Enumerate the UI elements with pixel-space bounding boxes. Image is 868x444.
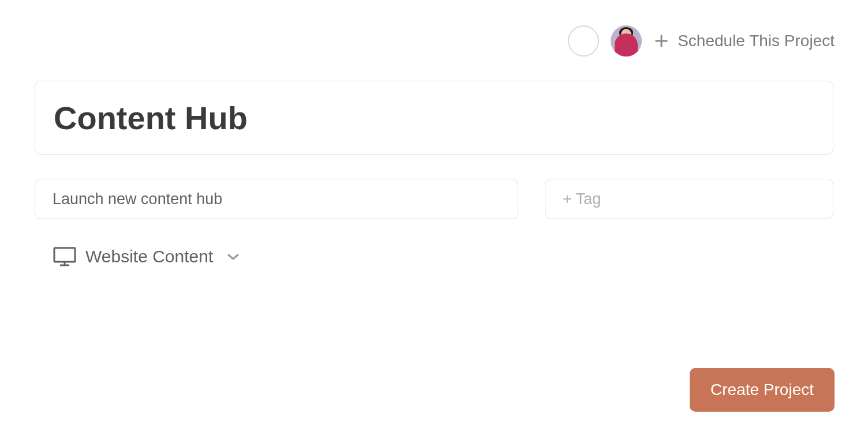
status-circle[interactable] — [568, 25, 599, 57]
project-title-container — [35, 81, 833, 155]
chevron-down-icon — [227, 253, 240, 261]
schedule-project-button[interactable]: Schedule This Project — [653, 32, 835, 50]
plus-icon — [653, 33, 669, 49]
avatar-body — [615, 33, 638, 57]
schedule-label: Schedule This Project — [678, 32, 835, 50]
tag-container — [545, 179, 833, 219]
create-project-button[interactable]: Create Project — [690, 368, 835, 412]
tag-input[interactable] — [563, 190, 815, 208]
monitor-icon — [53, 247, 76, 266]
fields-row — [35, 179, 833, 219]
description-container — [35, 179, 518, 219]
project-title-input[interactable] — [54, 99, 814, 137]
category-label: Website Content — [85, 247, 213, 266]
avatar[interactable] — [611, 25, 642, 57]
header-row: Schedule This Project — [568, 25, 835, 57]
description-input[interactable] — [53, 190, 500, 208]
svg-rect-2 — [54, 248, 75, 262]
category-selector[interactable]: Website Content — [53, 247, 240, 266]
